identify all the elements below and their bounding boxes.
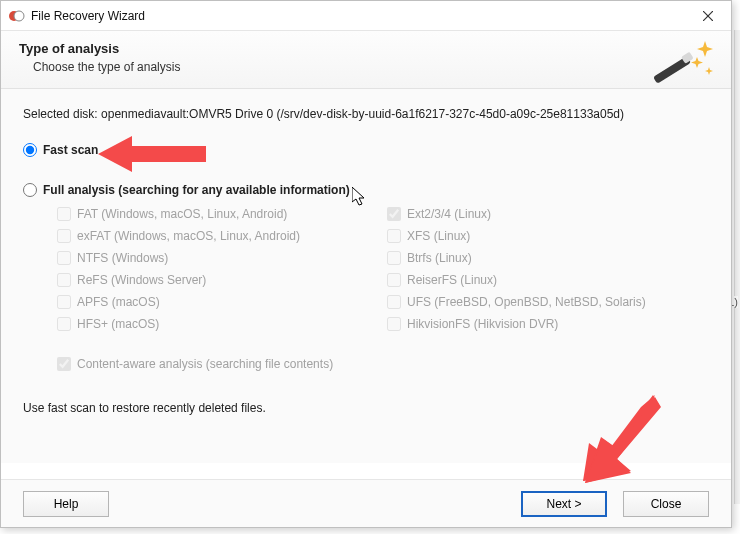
close-button[interactable]: Close xyxy=(623,491,709,517)
app-icon xyxy=(9,8,25,24)
hint-text: Use fast scan to restore recently delete… xyxy=(23,401,709,415)
fs-refs: ReFS (Windows Server) xyxy=(57,273,387,287)
selected-disk-label: Selected disk: openmediavault:OMVR5 Driv… xyxy=(23,107,709,121)
fast-scan-radio[interactable] xyxy=(23,143,37,157)
fast-scan-label: Fast scan xyxy=(43,143,98,157)
fs-hfs: HFS+ (macOS) xyxy=(57,317,387,331)
content-aware-checkbox: Content-aware analysis (searching file c… xyxy=(57,357,709,371)
fs-reiserfs: ReiserFS (Linux) xyxy=(387,273,667,287)
filesystem-options: FAT (Windows, macOS, Linux, Android) Ext… xyxy=(57,207,709,331)
fs-xfs: XFS (Linux) xyxy=(387,229,667,243)
option-fast-scan[interactable]: Fast scan xyxy=(23,143,709,157)
fs-hikvision: HikvisionFS (Hikvision DVR) xyxy=(387,317,667,331)
wizard-body: Selected disk: openmediavault:OMVR5 Driv… xyxy=(1,89,731,463)
wizard-footer: Help Next > Close xyxy=(1,479,731,527)
fs-exfat: exFAT (Windows, macOS, Linux, Android) xyxy=(57,229,387,243)
page-subtitle: Choose the type of analysis xyxy=(33,60,713,74)
fs-btrfs: Btrfs (Linux) xyxy=(387,251,667,265)
option-full-analysis[interactable]: Full analysis (searching for any availab… xyxy=(23,183,709,197)
svg-marker-4 xyxy=(697,41,713,57)
fs-ufs: UFS (FreeBSD, OpenBSD, NetBSD, Solaris) xyxy=(387,295,667,309)
page-title: Type of analysis xyxy=(19,41,713,56)
fs-fat: FAT (Windows, macOS, Linux, Android) xyxy=(57,207,387,221)
close-icon xyxy=(703,11,713,21)
wizard-header: Type of analysis Choose the type of anal… xyxy=(1,31,731,89)
wizard-wand-icon xyxy=(647,37,717,93)
fs-apfs: APFS (macOS) xyxy=(57,295,387,309)
fs-ext: Ext2/3/4 (Linux) xyxy=(387,207,667,221)
window-close-button[interactable] xyxy=(685,1,731,31)
fs-ntfs: NTFS (Windows) xyxy=(57,251,387,265)
svg-point-1 xyxy=(14,11,24,21)
titlebar: File Recovery Wizard xyxy=(1,1,731,31)
svg-marker-6 xyxy=(705,67,713,75)
wizard-window: File Recovery Wizard Type of analysis Ch… xyxy=(0,0,732,528)
next-button[interactable]: Next > xyxy=(521,491,607,517)
full-analysis-radio[interactable] xyxy=(23,183,37,197)
help-button[interactable]: Help xyxy=(23,491,109,517)
window-title: File Recovery Wizard xyxy=(31,9,685,23)
parent-window-edge xyxy=(734,30,740,504)
svg-marker-5 xyxy=(691,57,703,68)
full-analysis-label: Full analysis (searching for any availab… xyxy=(43,183,350,197)
